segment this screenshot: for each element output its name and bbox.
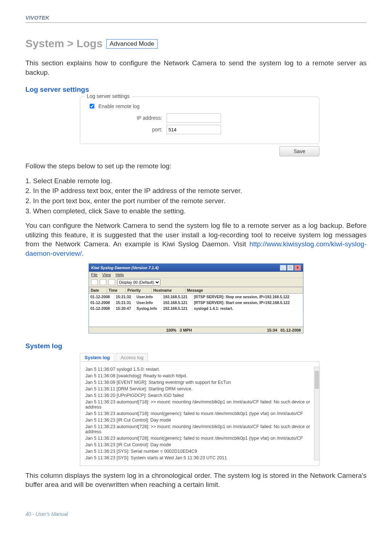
page-header: VIVOTEK — [25, 15, 367, 23]
port-input[interactable] — [167, 125, 221, 134]
kiwi-titlebar: Kiwi Syslog Daemon (Version 7.1.4) _ □ × — [89, 264, 303, 272]
system-log-heading: System log — [25, 342, 367, 350]
col-priority: Priority — [126, 287, 152, 293]
col-date: Date — [89, 287, 107, 293]
log-line: Jan 5 11:36:23 automount[718]: mount(gen… — [85, 411, 314, 416]
col-time: Time — [107, 287, 126, 293]
toolbar-icon[interactable] — [109, 279, 115, 285]
advanced-mode-badge: Advanced Mode — [106, 39, 158, 49]
status-pct: 100% — [166, 328, 176, 332]
maximize-icon[interactable]: □ — [287, 265, 294, 271]
status-mph: 3 MPH — [180, 328, 192, 332]
tab-access-log[interactable]: Access log — [116, 353, 148, 362]
table-row: 01-12-200815:21:31User.Info192.168.5.121… — [89, 300, 303, 305]
log-line: Jan 5 11:36:23 [SYS]: Serial number = 00… — [85, 449, 314, 454]
page-title: System > Logs — [25, 37, 103, 50]
kiwi-menubar: File View Help — [89, 272, 303, 278]
enable-remote-log-checkbox[interactable] — [90, 104, 94, 108]
ip-label: IP address: — [86, 115, 167, 121]
steps-intro: Follow the steps below to set up the rem… — [25, 161, 367, 171]
step-item: 2. In the IP address text box, enter the… — [25, 186, 367, 196]
log-line: Jan 5 11:36:09 [EVENT MGR]: Starting eve… — [85, 380, 314, 385]
status-time: 15:34 — [267, 328, 277, 332]
backup-paragraph: You can configure the Network Camera to … — [25, 221, 367, 258]
port-label: port: — [86, 127, 167, 132]
steps-list: 1. Select Enable remote log. 2. In the I… — [25, 176, 367, 216]
display-mode-select[interactable]: Display 00 (Default) — [117, 279, 160, 286]
log-line: Jan 5 11:36:20 [UPnPIGDCP]: Search IGD f… — [85, 393, 314, 398]
log-line: Jan 5 11:36:23 automount[718]: >> mount:… — [85, 399, 314, 410]
step-item: 2. In the port text box, enter the port … — [25, 196, 367, 206]
panel-legend: Log server settings — [85, 93, 132, 99]
log-line: Jan 5 11:36:08 [swatchdog]: Ready to wat… — [85, 373, 314, 378]
log-line: Jan 5 11:36:23 automount[728]: mount(gen… — [85, 436, 314, 441]
table-row: 01-12-200815:21:32User.Info192.168.5.121… — [89, 294, 303, 300]
log-line: Jan 5 11:36:23 [SYS]: System starts at W… — [85, 455, 314, 460]
log-line: Jan 5 11:36:23 [IR Cut Control]: Day mod… — [85, 442, 314, 447]
table-row: 01-12-200815:20:47Syslog.Info192.168.5.1… — [89, 305, 303, 311]
kiwi-statusbar: 100% 3 MPH 15:34 01-12-2008 — [89, 327, 303, 333]
kiwi-window: Kiwi Syslog Daemon (Version 7.1.4) _ □ ×… — [89, 263, 303, 333]
menu-file[interactable]: File — [91, 272, 98, 277]
syslog-panel: System log Access log Jan 5 11:36:07 sys… — [80, 353, 319, 466]
save-button[interactable]: Save — [279, 146, 319, 156]
col-hostname: Hostname — [152, 287, 185, 293]
log-line: Jan 5 11:36:11 [DRM Service]: Starting D… — [85, 386, 314, 391]
intro-paragraph: This section explains how to configure t… — [25, 58, 367, 77]
kiwi-grid: Date Time Priority Hostname Message 01-1… — [89, 287, 303, 327]
page-footer: 40 - User's Manual — [25, 511, 367, 517]
log-server-heading: Log server settings — [25, 86, 367, 94]
log-server-panel: Log server settings Enable remote log IP… — [80, 97, 319, 144]
status-date: 01-12-2008 — [281, 328, 301, 332]
log-line: Jan 5 11:36:07 syslogd 1.5.0: restart. — [85, 367, 314, 372]
tab-system-log[interactable]: System log — [80, 353, 114, 362]
menu-help[interactable]: Help — [116, 272, 124, 277]
col-message: Message — [185, 287, 303, 293]
brand: VIVOTEK — [25, 15, 49, 21]
step-item: 1. Select Enable remote log. — [25, 176, 367, 186]
syslog-paragraph: This column displays the system log in a… — [25, 471, 367, 489]
ip-input[interactable] — [167, 113, 221, 123]
scrollbar[interactable] — [314, 367, 320, 460]
backup-post: . — [82, 250, 83, 257]
menu-view[interactable]: View — [102, 272, 111, 277]
log-line: Jan 5 11:36:23 automount[728]: >> mount:… — [85, 424, 314, 434]
toolbar-icon[interactable] — [91, 279, 98, 285]
close-icon[interactable]: × — [294, 265, 301, 271]
kiwi-toolbar: Display 00 (Default) — [89, 278, 303, 287]
minimize-icon[interactable]: _ — [280, 265, 286, 271]
log-line: Jan 5 11:36:23 [IR Cut Control]: Day mod… — [85, 418, 314, 423]
kiwi-title-text: Kiwi Syslog Daemon (Version 7.1.4) — [91, 266, 159, 270]
step-item: 3. When completed, click Save to enable … — [25, 206, 367, 216]
toolbar-icon[interactable] — [100, 279, 106, 285]
enable-remote-log-label: Enable remote log — [98, 103, 140, 109]
